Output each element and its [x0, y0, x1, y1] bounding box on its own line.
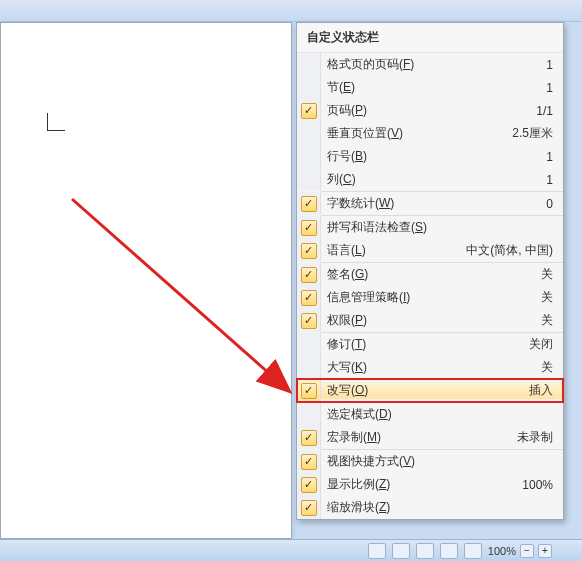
view-web-button[interactable]	[416, 543, 434, 559]
menu-item-value: 关	[541, 289, 563, 306]
menu-item[interactable]: 列(C)1	[297, 168, 563, 191]
customize-status-bar-menu: 自定义状态栏 格式页的页码(F)1节(E)1✓页码(P)1/1垂直页位置(V)2…	[296, 22, 564, 520]
check-column	[297, 122, 321, 145]
check-column	[297, 333, 321, 356]
menu-item-value: 0	[546, 197, 563, 211]
check-icon: ✓	[301, 313, 317, 329]
ribbon-strip	[0, 0, 582, 22]
menu-item[interactable]: 大写(K)关	[297, 356, 563, 379]
menu-item[interactable]: 选定模式(D)	[297, 403, 563, 426]
menu-item-label: 字数统计(W)	[321, 195, 546, 212]
check-column: ✓	[297, 450, 321, 473]
menu-item[interactable]: ✓显示比例(Z)100%	[297, 473, 563, 496]
menu-item[interactable]: ✓语言(L)中文(简体, 中国)	[297, 239, 563, 262]
zoom-out-button[interactable]: −	[520, 544, 534, 558]
check-column	[297, 53, 321, 76]
menu-item[interactable]: ✓信息管理策略(I)关	[297, 286, 563, 309]
menu-item-label: 行号(B)	[321, 148, 546, 165]
menu-item-value: 中文(简体, 中国)	[466, 242, 563, 259]
menu-item-value: 2.5厘米	[512, 125, 563, 142]
view-outline-button[interactable]	[440, 543, 458, 559]
check-column	[297, 76, 321, 99]
menu-item-label: 视图快捷方式(V)	[321, 453, 553, 470]
menu-item[interactable]: 格式页的页码(F)1	[297, 53, 563, 76]
menu-item-label: 权限(P)	[321, 312, 541, 329]
menu-item-label: 信息管理策略(I)	[321, 289, 541, 306]
check-column: ✓	[297, 379, 321, 402]
check-column: ✓	[297, 192, 321, 215]
menu-item-label: 大写(K)	[321, 359, 541, 376]
menu-item-value: 1	[546, 58, 563, 72]
menu-item-value: 1/1	[536, 104, 563, 118]
menu-item-value: 1	[546, 173, 563, 187]
menu-item-value: 关	[541, 312, 563, 329]
menu-item-value: 关	[541, 266, 563, 283]
check-column: ✓	[297, 216, 321, 239]
check-icon: ✓	[301, 454, 317, 470]
check-column: ✓	[297, 263, 321, 286]
menu-item[interactable]: 垂直页位置(V)2.5厘米	[297, 122, 563, 145]
check-icon: ✓	[301, 243, 317, 259]
menu-item[interactable]: ✓改写(O)插入	[297, 379, 563, 402]
menu-item[interactable]: ✓宏录制(M)未录制	[297, 426, 563, 449]
menu-item-label: 选定模式(D)	[321, 406, 553, 423]
check-column: ✓	[297, 99, 321, 122]
check-icon: ✓	[301, 500, 317, 516]
menu-item[interactable]: ✓页码(P)1/1	[297, 99, 563, 122]
check-icon: ✓	[301, 267, 317, 283]
menu-title: 自定义状态栏	[297, 23, 563, 53]
check-icon: ✓	[301, 220, 317, 236]
view-print-layout-button[interactable]	[368, 543, 386, 559]
check-column: ✓	[297, 496, 321, 519]
zoom-value[interactable]: 100%	[488, 545, 516, 557]
status-bar: 100% − +	[0, 539, 582, 561]
menu-item[interactable]: ✓拼写和语法检查(S)	[297, 216, 563, 239]
document-page[interactable]	[0, 22, 292, 539]
menu-item[interactable]: ✓权限(P)关	[297, 309, 563, 332]
menu-item-label: 列(C)	[321, 171, 546, 188]
view-reading-button[interactable]	[392, 543, 410, 559]
check-column	[297, 145, 321, 168]
menu-item-label: 页码(P)	[321, 102, 536, 119]
check-column: ✓	[297, 473, 321, 496]
menu-item-label: 改写(O)	[321, 382, 529, 399]
menu-item-label: 修订(T)	[321, 336, 529, 353]
menu-item-value: 关闭	[529, 336, 563, 353]
menu-item-label: 拼写和语法检查(S)	[321, 219, 553, 236]
menu-item-label: 语言(L)	[321, 242, 466, 259]
menu-item[interactable]: 修订(T)关闭	[297, 333, 563, 356]
zoom-control: 100% − +	[488, 544, 552, 558]
check-icon: ✓	[301, 290, 317, 306]
menu-item-label: 显示比例(Z)	[321, 476, 522, 493]
check-icon: ✓	[301, 196, 317, 212]
menu-item-label: 宏录制(M)	[321, 429, 517, 446]
menu-item-value: 未录制	[517, 429, 563, 446]
check-column: ✓	[297, 309, 321, 332]
check-column	[297, 403, 321, 426]
menu-item-label: 格式页的页码(F)	[321, 56, 546, 73]
check-column: ✓	[297, 426, 321, 449]
check-icon: ✓	[301, 383, 317, 399]
menu-body: 格式页的页码(F)1节(E)1✓页码(P)1/1垂直页位置(V)2.5厘米行号(…	[297, 53, 563, 519]
margin-corner-mark	[47, 113, 65, 131]
menu-item[interactable]: ✓缩放滑块(Z)	[297, 496, 563, 519]
menu-item[interactable]: ✓视图快捷方式(V)	[297, 450, 563, 473]
menu-item[interactable]: 节(E)1	[297, 76, 563, 99]
check-column: ✓	[297, 286, 321, 309]
menu-item[interactable]: ✓签名(G)关	[297, 263, 563, 286]
check-column	[297, 356, 321, 379]
menu-item-value: 插入	[529, 382, 563, 399]
menu-item-label: 缩放滑块(Z)	[321, 499, 553, 516]
menu-item-label: 节(E)	[321, 79, 546, 96]
menu-item-value: 1	[546, 150, 563, 164]
menu-item[interactable]: 行号(B)1	[297, 145, 563, 168]
view-draft-button[interactable]	[464, 543, 482, 559]
menu-item-value: 关	[541, 359, 563, 376]
check-column: ✓	[297, 239, 321, 262]
check-icon: ✓	[301, 430, 317, 446]
zoom-in-button[interactable]: +	[538, 544, 552, 558]
menu-item-value: 1	[546, 81, 563, 95]
menu-item-value: 100%	[522, 478, 563, 492]
menu-item[interactable]: ✓字数统计(W)0	[297, 192, 563, 215]
menu-item-label: 签名(G)	[321, 266, 541, 283]
